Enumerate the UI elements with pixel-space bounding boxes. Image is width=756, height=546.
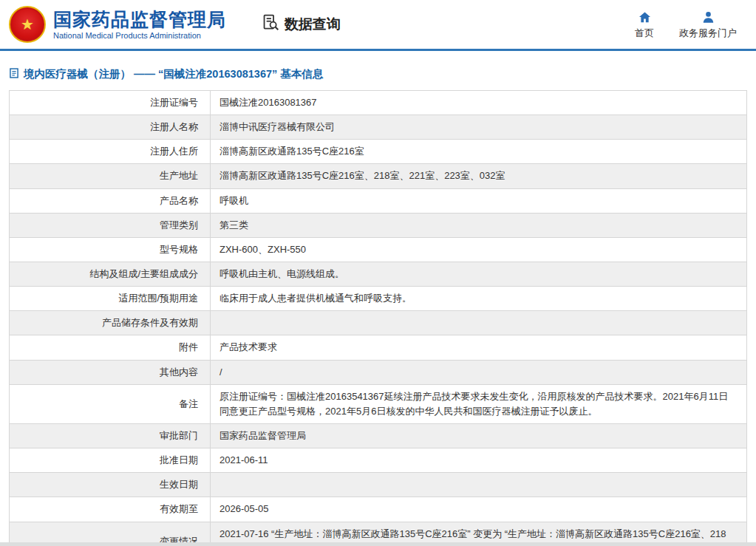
table-row: 注册人住所淄博高新区政通路135号C座216室 bbox=[10, 140, 747, 164]
row-value: 产品技术要求 bbox=[211, 335, 747, 360]
row-value bbox=[211, 473, 747, 497]
breadcrumb-text: 境内医疗器械（注册） —— “国械注准20163081367” 基本信息 bbox=[24, 67, 323, 81]
row-label: 审批部门 bbox=[10, 423, 211, 448]
table-row: 产品储存条件及有效期 bbox=[10, 311, 747, 335]
row-value: 原注册证编号：国械注准20163541367延续注册产品技术要求未发生变化，沿用… bbox=[211, 384, 747, 423]
table-row: 型号规格ZXH-600、ZXH-550 bbox=[10, 237, 747, 262]
row-label: 其他内容 bbox=[10, 360, 211, 384]
breadcrumb: 境内医疗器械（注册） —— “国械注准20163081367” 基本信息 bbox=[9, 67, 747, 81]
row-value: / bbox=[211, 360, 747, 384]
info-table-body: 注册证编号国械注准20163081367注册人名称淄博中讯医疗器械有限公司注册人… bbox=[10, 91, 747, 546]
table-row: 附件产品技术要求 bbox=[10, 335, 747, 360]
footer-strip bbox=[0, 542, 756, 546]
row-label: 附件 bbox=[10, 335, 211, 360]
row-value: 淄博高新区政通路135号C座216室 bbox=[211, 140, 747, 164]
document-icon bbox=[9, 68, 19, 81]
org-name-cn: 国家药品监督管理局 bbox=[53, 9, 226, 30]
nav-portal[interactable]: 政务服务门户 bbox=[679, 10, 737, 40]
row-label: 管理类别 bbox=[10, 213, 211, 237]
table-row: 有效期至2026-05-05 bbox=[10, 497, 747, 522]
data-query-icon bbox=[262, 13, 280, 35]
row-label: 注册人住所 bbox=[10, 140, 211, 164]
row-value: 第三类 bbox=[211, 213, 747, 237]
row-label: 注册证编号 bbox=[10, 91, 211, 115]
row-label: 产品储存条件及有效期 bbox=[10, 311, 211, 335]
home-icon bbox=[638, 10, 652, 24]
star-icon: ★ bbox=[21, 17, 34, 32]
header-divider bbox=[0, 49, 756, 51]
table-row: 审批部门国家药品监督管理局 bbox=[10, 423, 747, 448]
section-title: 数据查询 bbox=[262, 13, 341, 35]
row-label: 结构及组成/主要组成成分 bbox=[10, 262, 211, 286]
table-row: 适用范围/预期用途临床用于成人患者提供机械通气和呼吸支持。 bbox=[10, 287, 747, 311]
nav-home[interactable]: 首页 bbox=[635, 10, 654, 40]
row-value: 淄博高新区政通路135号C座216室、218室、221室、223室、032室 bbox=[211, 164, 747, 188]
table-row: 结构及组成/主要组成成分呼吸机由主机、电源线组成。 bbox=[10, 262, 747, 286]
row-label: 适用范围/预期用途 bbox=[10, 287, 211, 311]
row-label: 生效日期 bbox=[10, 473, 211, 497]
row-value: 2021-06-11 bbox=[211, 448, 747, 473]
row-label: 产品名称 bbox=[10, 188, 211, 213]
table-row: 产品名称呼吸机 bbox=[10, 188, 747, 213]
row-value: 呼吸机 bbox=[211, 188, 747, 213]
row-label: 有效期至 bbox=[10, 497, 211, 522]
row-value: 2026-05-05 bbox=[211, 497, 747, 522]
section-title-label: 数据查询 bbox=[285, 15, 341, 34]
table-row: 批准日期2021-06-11 bbox=[10, 448, 747, 473]
row-label: 生产地址 bbox=[10, 164, 211, 188]
row-label: 批准日期 bbox=[10, 448, 211, 473]
nav-home-label: 首页 bbox=[635, 27, 654, 40]
user-icon bbox=[701, 10, 715, 24]
table-row: 管理类别第三类 bbox=[10, 213, 747, 237]
row-value: 国家药品监督管理局 bbox=[211, 423, 747, 448]
nmpa-emblem-logo: ★ bbox=[9, 6, 46, 43]
table-row: 注册证编号国械注准20163081367 bbox=[10, 91, 747, 115]
header: ★ 国家药品监督管理局 National Medical Products Ad… bbox=[0, 0, 756, 47]
table-row: 其他内容/ bbox=[10, 360, 747, 384]
row-value bbox=[211, 311, 747, 335]
row-label: 备注 bbox=[10, 384, 211, 423]
org-name-en: National Medical Products Administration bbox=[53, 31, 226, 40]
row-value: 淄博中讯医疗器械有限公司 bbox=[211, 115, 747, 140]
row-value: 呼吸机由主机、电源线组成。 bbox=[211, 262, 747, 286]
row-value: 国械注准20163081367 bbox=[211, 91, 747, 115]
row-label: 型号规格 bbox=[10, 237, 211, 262]
top-nav: 首页 政务服务门户 bbox=[635, 10, 737, 40]
nav-portal-label: 政务服务门户 bbox=[679, 27, 737, 40]
table-row: 生产地址淄博高新区政通路135号C座216室、218室、221室、223室、03… bbox=[10, 164, 747, 188]
table-row: 注册人名称淄博中讯医疗器械有限公司 bbox=[10, 115, 747, 140]
row-value: ZXH-600、ZXH-550 bbox=[211, 237, 747, 262]
registration-info-table: 注册证编号国械注准20163081367注册人名称淄博中讯医疗器械有限公司注册人… bbox=[9, 90, 747, 546]
brand: ★ 国家药品监督管理局 National Medical Products Ad… bbox=[9, 6, 226, 43]
row-label: 注册人名称 bbox=[10, 115, 211, 140]
brand-text: 国家药品监督管理局 National Medical Products Admi… bbox=[53, 9, 226, 41]
table-row: 备注原注册证编号：国械注准20163541367延续注册产品技术要求未发生变化，… bbox=[10, 384, 747, 423]
row-value: 临床用于成人患者提供机械通气和呼吸支持。 bbox=[211, 287, 747, 311]
table-row: 生效日期 bbox=[10, 473, 747, 497]
